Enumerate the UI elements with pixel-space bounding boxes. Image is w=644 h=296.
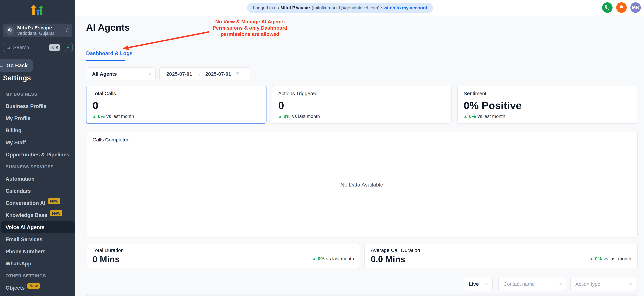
agent-filter-value: All Agents	[92, 71, 147, 77]
avatar-initials: MB	[632, 5, 639, 10]
stat-value: 0	[278, 100, 284, 111]
chevron-updown-icon	[65, 28, 69, 33]
calendar-icon	[235, 72, 240, 76]
go-back-button[interactable]: ← Go Back	[0, 59, 33, 72]
chevron-down-icon	[147, 72, 152, 76]
new-badge: New	[50, 210, 62, 216]
account-switcher[interactable]: Mitul's Escape Vadodara, Gujarat	[3, 24, 72, 37]
stat-value: 0% Positive	[464, 100, 522, 111]
quick-actions-button[interactable]	[64, 43, 73, 52]
search-input[interactable]: Search ⌘ K	[3, 43, 62, 52]
keyboard-shortcut-badge: ⌘ K	[49, 44, 60, 50]
sidebar-item-conversation-ai[interactable]: Conversation AI New	[0, 197, 75, 209]
switch-account-link[interactable]: switch to my account	[381, 6, 427, 10]
up-triangle-icon: ▲	[92, 114, 96, 118]
stat-title: Actions Triggered	[278, 91, 318, 96]
new-badge: New	[28, 283, 40, 289]
annotation-note: No View & Manage AI Agents Permissions &…	[198, 18, 302, 37]
sidebar-item-whatsapp[interactable]: WhatsApp	[0, 258, 75, 270]
sidebar-item-opportunities-pipelines[interactable]: Opportunities & Pipelines	[0, 149, 75, 161]
chevron-down-icon	[628, 282, 632, 286]
stat-title: Total Calls	[92, 91, 116, 96]
bell-icon	[619, 5, 624, 10]
sidebar-item-objects[interactable]: Objects New	[0, 282, 75, 294]
location-pin-icon	[6, 26, 14, 35]
action-type-placeholder: Action type	[575, 281, 628, 287]
agent-filter-select[interactable]: All Agents	[87, 68, 156, 80]
go-back-label: Go Back	[6, 62, 28, 68]
user-avatar[interactable]: MB	[630, 2, 641, 13]
logged-in-user-name: Mitul Bhavsar	[280, 6, 310, 10]
duration-title: Total Duration	[92, 248, 124, 253]
action-type-select[interactable]: Action type	[570, 277, 636, 291]
notifications-button[interactable]	[616, 2, 627, 13]
tab-dashboard-logs[interactable]: Dashboard & Logs	[86, 50, 132, 56]
sidebar-item-billing[interactable]: Billing	[0, 124, 75, 136]
stat-value: 0	[92, 100, 98, 111]
page-title: AI Agents	[86, 22, 130, 33]
duration-delta: ▲ 0% vs last month	[590, 256, 631, 262]
sidebar-item-business-profile[interactable]: Business Profile	[0, 100, 75, 112]
phone-icon	[605, 5, 610, 10]
sidebar-item-email-services[interactable]: Email Services	[0, 234, 75, 246]
duration-value: 0.0 Mins	[371, 254, 405, 264]
sidebar-item-automation[interactable]: Automation	[0, 173, 75, 185]
section-my-business: MY BUSINESS	[0, 88, 75, 100]
search-placeholder: Search	[13, 44, 49, 50]
date-to-value: 2025-07-01	[205, 71, 231, 77]
account-name: Mitul's Escape	[17, 25, 52, 30]
log-status-value: Live	[469, 281, 484, 287]
sidebar-title: Settings	[3, 74, 31, 82]
account-location: Vadodara, Gujarat	[17, 30, 65, 36]
sidebar-item-my-profile[interactable]: My Profile	[0, 112, 75, 124]
up-triangle-icon: ▲	[312, 257, 316, 261]
back-arrow-icon: ←	[0, 62, 4, 68]
logged-in-user-email: (mitulkumar+1@gohighlevel.com)	[312, 6, 380, 10]
calls-completed-chart-card: Calls Completed No Data Available	[86, 132, 638, 238]
up-triangle-icon: ▲	[278, 114, 282, 118]
chevron-down-icon	[558, 282, 562, 286]
stat-delta: ▲ 0% vs last month	[464, 114, 505, 119]
total-duration-card: Total Duration 0 Mins ▲ 0% vs last month	[86, 244, 360, 268]
search-icon	[6, 45, 11, 50]
duration-delta: ▲ 0% vs last month	[312, 256, 354, 262]
duration-value: 0 Mins	[92, 254, 120, 264]
sidebar-item-calendars[interactable]: Calendars	[0, 185, 75, 197]
logged-in-banner: Logged in as Mitul Bhavsar (mitulkumar+1…	[247, 3, 433, 13]
phone-button[interactable]	[602, 2, 612, 13]
new-badge: New	[48, 198, 60, 204]
stat-delta: ▲ 0% vs last month	[278, 114, 320, 119]
average-call-duration-card: Average Call Duration 0.0 Mins ▲ 0% vs l…	[364, 244, 638, 268]
up-triangle-icon: ▲	[464, 114, 467, 118]
settings-nav: MY BUSINESS Business Profile My Profile …	[0, 88, 75, 294]
duration-title: Average Call Duration	[371, 248, 420, 253]
log-status-select[interactable]: Live	[464, 277, 492, 291]
sidebar-item-voice-ai-agents[interactable]: Voice AI Agents	[1, 221, 75, 234]
tab-divider	[86, 61, 638, 61]
stat-title: Sentiment	[464, 91, 486, 96]
stat-card-total-calls[interactable]: Total Calls 0 ▲ 0% vs last month	[86, 86, 266, 124]
contact-name-placeholder: Contact name	[503, 281, 558, 287]
stat-card-sentiment[interactable]: Sentiment 0% Positive ▲ 0% vs last month	[457, 86, 637, 124]
date-range-picker[interactable]: 2025-07-01 → 2025-07-01	[159, 68, 250, 80]
arrow-right-icon: →	[196, 71, 201, 77]
settings-sidebar: Mitul's Escape Vadodara, Gujarat Search …	[0, 0, 75, 296]
section-business-services: BUSINESS SERVICES	[0, 161, 75, 173]
logged-in-prefix: Logged in as	[253, 6, 279, 10]
stat-card-actions-triggered[interactable]: Actions Triggered 0 ▲ 0% vs last month	[272, 86, 452, 124]
app-root: Mitul's Escape Vadodara, Gujarat Search …	[0, 0, 644, 296]
up-triangle-icon: ▲	[590, 257, 593, 261]
sidebar-item-phone-numbers[interactable]: Phone Numbers	[0, 246, 75, 258]
chart-title: Calls Completed	[92, 137, 130, 142]
stat-delta: ▲ 0% vs last month	[92, 114, 134, 119]
sidebar-item-my-staff[interactable]: My Staff	[0, 136, 75, 149]
chart-empty-state: No Data Available	[340, 182, 383, 188]
account-info: Mitul's Escape Vadodara, Gujarat	[17, 25, 65, 36]
section-other-settings: OTHER SETTINGS	[0, 270, 75, 282]
sidebar-item-knowledge-base[interactable]: Knowledge Base New	[0, 209, 75, 221]
date-from-value: 2025-07-01	[166, 71, 192, 77]
lightning-bolt-icon	[66, 45, 70, 50]
gohighlevel-logo-icon	[30, 4, 46, 16]
active-tab-underline	[86, 60, 125, 61]
contact-name-select[interactable]: Contact name	[498, 277, 566, 291]
